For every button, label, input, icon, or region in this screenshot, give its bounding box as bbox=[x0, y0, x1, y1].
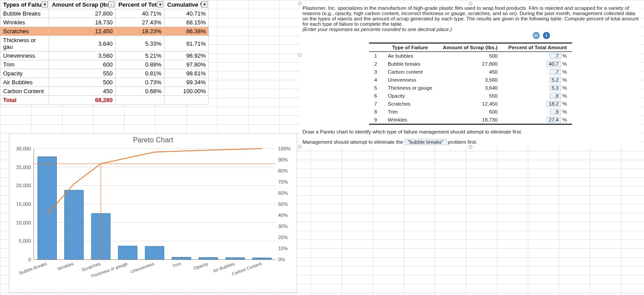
chart-bar[interactable] bbox=[172, 257, 191, 260]
filter-dropdown-icon[interactable]: ↓ bbox=[108, 1, 114, 8]
percent-input[interactable]: 27.4 bbox=[546, 117, 561, 123]
cell-type[interactable]: Trim bbox=[0, 60, 49, 69]
table-row[interactable]: Bubble Breaks 27,800 40.71% 40.71% bbox=[0, 9, 209, 18]
col-header[interactable]: Percent of Tota▾ bbox=[116, 0, 165, 9]
chart-bar[interactable] bbox=[145, 246, 164, 260]
percent-input[interactable]: .9 bbox=[550, 109, 561, 115]
cell-amount[interactable]: 18,730 bbox=[49, 18, 116, 27]
cell-type[interactable]: Opacity bbox=[0, 69, 49, 78]
cell-type[interactable]: Carbon Content bbox=[0, 87, 49, 96]
question-2: Draw a Pareto chart to identify which ty… bbox=[302, 129, 639, 134]
resize-handle[interactable] bbox=[469, 2, 472, 5]
row-num: 8 bbox=[369, 108, 382, 116]
cell-cumulative[interactable]: 86.38% bbox=[165, 27, 209, 36]
table-row[interactable]: Opacity 550 0.81% 98.61% bbox=[0, 69, 209, 78]
percent-input[interactable]: .7 bbox=[550, 53, 561, 59]
cell-percent[interactable]: 0.73% bbox=[116, 78, 165, 87]
cell-cumulative[interactable]: 40.71% bbox=[165, 9, 209, 18]
svg-text:30,000: 30,000 bbox=[16, 146, 31, 151]
cell-type[interactable]: Air Bubbles bbox=[0, 78, 49, 87]
table-row: 4 Unevenness 3,560 5.2 % bbox=[369, 76, 572, 84]
info-icon[interactable]: i bbox=[543, 32, 550, 39]
chart-bar[interactable] bbox=[65, 190, 83, 260]
svg-text:40%: 40% bbox=[278, 212, 288, 218]
cell-percent[interactable]: 40.71% bbox=[116, 9, 165, 18]
chart-bar[interactable] bbox=[253, 258, 271, 260]
resize-handle[interactable] bbox=[469, 145, 472, 149]
percent-input[interactable]: 18.2 bbox=[546, 101, 561, 107]
resize-handle[interactable] bbox=[298, 53, 302, 57]
col-percent: Percent of Total Amount bbox=[503, 43, 572, 52]
cell-amount[interactable]: 450 bbox=[49, 87, 116, 96]
chart-bar[interactable] bbox=[118, 246, 137, 260]
cell-type[interactable]: Unevenness bbox=[0, 51, 49, 60]
cell-cumulative[interactable]: 96.92% bbox=[165, 51, 209, 60]
table-row: 9 Wrinkles 18,730 27.4 % bbox=[369, 116, 572, 124]
table-row[interactable]: Trim 600 0.88% 97.80% bbox=[0, 60, 209, 69]
table-row[interactable]: Thickness or gau 3,640 5.33% 91.71% bbox=[0, 36, 209, 51]
answer-input[interactable]: "bubble breaks" bbox=[404, 139, 446, 145]
cell-cumulative[interactable]: 99.34% bbox=[165, 78, 209, 87]
percent-input[interactable]: .8 bbox=[550, 93, 561, 99]
percent-input[interactable]: .7 bbox=[550, 69, 561, 75]
cell-percent[interactable]: 0.81% bbox=[116, 69, 165, 78]
filter-dropdown-icon[interactable]: ▾ bbox=[157, 1, 163, 8]
svg-text:80%: 80% bbox=[278, 168, 288, 173]
table-row[interactable]: Scratches 12,450 18.23% 86.38% bbox=[0, 27, 209, 36]
cell-percent[interactable]: 0.88% bbox=[116, 60, 165, 69]
cell-amount[interactable]: 500 bbox=[49, 78, 116, 87]
chat-icon[interactable]: ✉ bbox=[533, 32, 540, 39]
problem-panel[interactable]: Plastomer, Inc. specializes in the manuf… bbox=[300, 4, 641, 147]
row-type: Bubble breaks bbox=[382, 60, 437, 68]
col-header[interactable]: Cumulative %▾ bbox=[165, 0, 209, 9]
filter-dropdown-icon[interactable]: ▾ bbox=[201, 1, 208, 8]
table-row[interactable]: Wrinkles 18,730 27.43% 68.15% bbox=[0, 18, 209, 27]
chart-bar[interactable] bbox=[38, 157, 56, 260]
chart-bar[interactable] bbox=[199, 257, 217, 260]
resize-handle[interactable] bbox=[298, 145, 302, 149]
row-percent: .9 % bbox=[503, 108, 572, 116]
cell-cumulative[interactable]: 98.61% bbox=[165, 69, 209, 78]
cell-amount[interactable]: 600 bbox=[49, 60, 116, 69]
cell-percent[interactable]: 0.66% bbox=[116, 87, 165, 96]
percent-input[interactable]: 40.7 bbox=[546, 61, 561, 67]
col-header[interactable]: Types of Failu▾ bbox=[0, 0, 49, 9]
cell-percent[interactable]: 5.21% bbox=[116, 51, 165, 60]
cell-amount[interactable]: 3,640 bbox=[49, 36, 116, 51]
cell-cumulative[interactable]: 68.15% bbox=[165, 18, 209, 27]
pareto-data-table: Types of Failu▾Amount of Scrap (lbs↓Perc… bbox=[0, 0, 209, 105]
cell-amount[interactable]: 550 bbox=[49, 69, 116, 78]
row-type: Trim bbox=[382, 108, 437, 116]
cell-percent[interactable]: 5.33% bbox=[116, 36, 165, 51]
cell-percent[interactable]: 18.23% bbox=[116, 27, 165, 36]
cell-type[interactable]: Bubble Breaks bbox=[0, 9, 49, 18]
pareto-chart[interactable]: Pareto Chart 05,00010,00015,00020,00025,… bbox=[9, 133, 297, 293]
cell-amount[interactable]: 27,800 bbox=[49, 9, 116, 18]
cell-type[interactable]: Scratches bbox=[0, 27, 49, 36]
percent-input[interactable]: 5.2 bbox=[550, 77, 561, 83]
cell-cumulative[interactable]: 91.71% bbox=[165, 36, 209, 51]
svg-text:100%: 100% bbox=[278, 146, 291, 151]
percent-input[interactable]: 5.3 bbox=[550, 85, 561, 91]
cell-type[interactable]: Thickness or gau bbox=[0, 36, 49, 51]
table-row[interactable]: Unevenness 3,560 5.21% 96.92% bbox=[0, 51, 209, 60]
table-row[interactable]: Carbon Content 450 0.66% 100.00% bbox=[0, 87, 209, 96]
col-header[interactable]: Amount of Scrap (lbs↓ bbox=[49, 0, 116, 9]
total-row[interactable]: Total68,280 bbox=[0, 96, 209, 105]
cell-amount[interactable]: 12,450 bbox=[49, 27, 116, 36]
chart-bar[interactable] bbox=[226, 258, 244, 260]
table-row[interactable]: Air Bubbles 500 0.73% 99.34% bbox=[0, 78, 209, 87]
chart-svg: 05,00010,00015,00020,00025,00030,0000%10… bbox=[9, 144, 298, 282]
row-type: Carbon content bbox=[382, 68, 437, 76]
problem-table: Type of Failure Amount of Scrap (lbs.) P… bbox=[369, 43, 572, 125]
cell-percent[interactable]: 27.43% bbox=[116, 18, 165, 27]
resize-handle[interactable] bbox=[298, 2, 302, 5]
answer-suffix: problem first. bbox=[448, 139, 477, 145]
cell-cumulative[interactable]: 97.80% bbox=[165, 60, 209, 69]
row-percent: 40.7 % bbox=[503, 60, 572, 68]
filter-dropdown-icon[interactable]: ▾ bbox=[42, 1, 48, 8]
row-num: 3 bbox=[369, 68, 382, 76]
cell-cumulative[interactable]: 100.00% bbox=[165, 87, 209, 96]
cell-amount[interactable]: 3,560 bbox=[49, 51, 116, 60]
cell-type[interactable]: Wrinkles bbox=[0, 18, 49, 27]
